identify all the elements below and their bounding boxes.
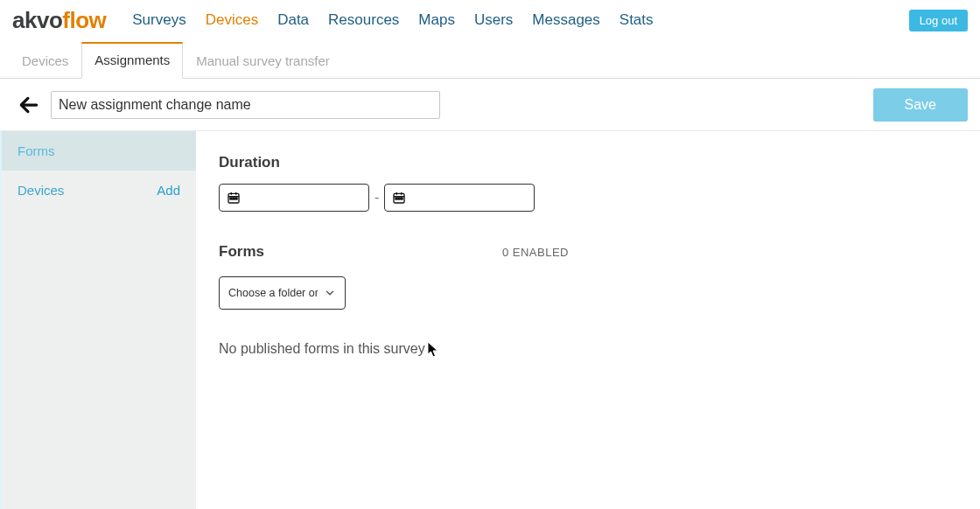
svg-rect-5 [230,198,232,199]
svg-rect-7 [235,198,237,199]
svg-rect-14 [401,198,402,199]
date-range-separator: - [374,190,379,206]
nav-surveys[interactable]: Surveys [132,11,186,29]
tab-assignments[interactable]: Assignments [81,42,183,79]
logo[interactable]: akvoflow [12,7,106,34]
assignment-name-input[interactable] [51,91,440,119]
sidebar-item-label: Forms [18,143,55,158]
folder-select-label: Choose a folder or sur [228,287,318,299]
end-date-input[interactable] [384,184,535,212]
tab-manual-transfer[interactable]: Manual survey transfer [183,44,343,79]
top-nav: akvoflow Surveys Devices Data Resources … [0,0,980,40]
forms-header-row: Forms 0 ENABLED [219,243,569,261]
tab-devices[interactable]: Devices [9,44,81,79]
start-date-input[interactable] [219,184,369,212]
forms-enabled-count: 0 ENABLED [502,246,569,259]
back-arrow-icon[interactable] [18,94,40,116]
sub-tabs: Devices Assignments Manual survey transf… [0,40,980,79]
main-nav: Surveys Devices Data Resources Maps User… [132,11,908,29]
save-button[interactable]: Save [873,88,968,122]
calendar-icon [227,191,241,205]
assignment-sidebar: Forms Devices Add [0,131,196,509]
svg-rect-13 [398,198,400,199]
sidebar-item-label: Devices [18,183,64,198]
nav-messages[interactable]: Messages [532,11,599,29]
nav-resources[interactable]: Resources [328,11,399,29]
folder-survey-select[interactable]: Choose a folder or sur [219,276,346,310]
calendar-icon [392,191,406,205]
logo-text-2: flow [62,7,106,33]
sidebar-item-forms[interactable]: Forms [2,131,196,171]
nav-stats[interactable]: Stats [620,11,654,29]
assignment-body: Forms Devices Add Duration - [0,131,980,509]
assignment-header: Save [0,79,980,131]
logo-text-1: akvo [12,7,62,33]
svg-rect-6 [233,198,234,199]
logout-button[interactable]: Log out [909,10,968,31]
assignment-content: Duration - [196,131,980,509]
nav-devices[interactable]: Devices [206,11,258,29]
sidebar-item-devices[interactable]: Devices Add [2,171,196,210]
nav-users[interactable]: Users [474,11,513,29]
duration-heading: Duration [219,154,957,171]
duration-row: - [219,184,957,212]
add-devices-link[interactable]: Add [157,183,180,198]
chevron-down-icon [324,287,336,299]
no-forms-message: No published forms in this survey [219,341,957,357]
forms-heading: Forms [219,243,264,261]
nav-data[interactable]: Data [277,11,309,29]
nav-maps[interactable]: Maps [418,11,455,29]
svg-rect-12 [396,198,397,199]
